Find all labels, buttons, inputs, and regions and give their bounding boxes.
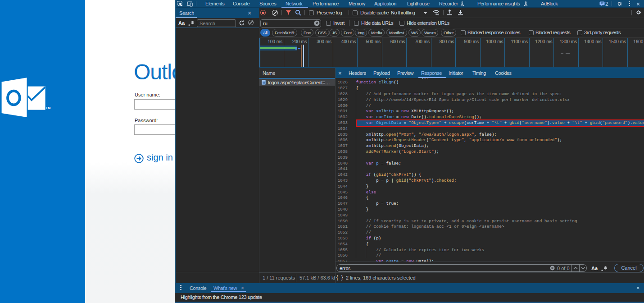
svg-text:TM: TM xyxy=(46,106,51,110)
